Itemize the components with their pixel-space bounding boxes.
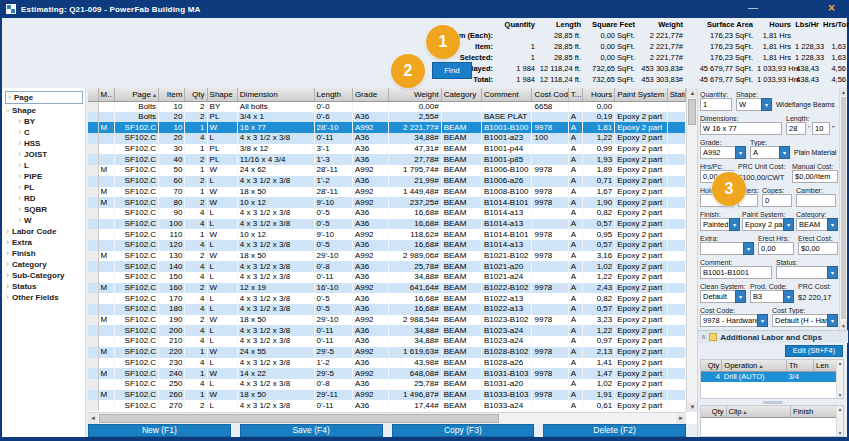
grid-col-paint-system[interactable]: Paint System <box>615 88 667 101</box>
scroll-up-icon[interactable]: ▲ <box>838 406 843 412</box>
mini-col-finish[interactable]: Finish <box>791 406 837 417</box>
mini-grid-row[interactable]: 4Drill (AUTO)3/4 <box>701 371 837 382</box>
row-selector[interactable] <box>88 112 98 123</box>
sidebar-item-shape[interactable]: ›Shape <box>2 105 85 116</box>
chevron-icon[interactable]: › <box>18 171 21 182</box>
type-select[interactable]: A▾ <box>750 146 790 159</box>
mini-scrollbar[interactable]: ▲▼ <box>836 360 843 398</box>
table-row[interactable]: SF102.C602L4 x 3 1/2 x 3/81'-2A3621,99#B… <box>88 176 686 187</box>
erect-hrs-input[interactable]: 0,00 <box>758 242 794 255</box>
sidebar-item-extra[interactable]: ›Extra <box>2 237 85 248</box>
dropdown-arrow-icon[interactable]: ▾ <box>779 146 790 159</box>
grid-col-qty[interactable]: Qty <box>185 88 207 101</box>
mini-col-th[interactable]: Th <box>786 360 813 371</box>
dropdown-arrow-icon[interactable]: ▾ <box>743 242 754 255</box>
chevron-icon[interactable]: › <box>6 248 9 259</box>
table-row[interactable]: SF102.C1804L4 x 3 1/2 x 3/80'-5A3616,68#… <box>88 304 686 315</box>
row-selector[interactable] <box>88 283 98 294</box>
grid-col-page[interactable]: Page ▴ <box>114 88 158 101</box>
row-selector[interactable] <box>88 379 98 390</box>
table-row[interactable]: MSF102.C2401W14 x 2229'-5A992648,08#BEAM… <box>88 368 686 379</box>
sidebar-item-sub-category[interactable]: ›Sub-Category <box>2 270 85 281</box>
sidebar-item-w[interactable]: ›W <box>2 215 85 226</box>
scroll-down-icon[interactable]: ▼ <box>838 392 843 398</box>
grade-select[interactable]: A992▾ <box>700 146 746 159</box>
table-row[interactable]: SF102.C2504L4 x 3 1/2 x 3/80'-8A3625,78#… <box>88 379 686 390</box>
table-row[interactable]: SF102.C301PL3/8 x 123'-1A3647,31#BEAMB10… <box>88 144 686 155</box>
grid-col-weight[interactable]: Weight <box>389 88 441 101</box>
dropdown-arrow-icon[interactable]: ▾ <box>827 314 838 327</box>
table-row[interactable]: MSF102.C1902W18 x 5029'-10A9922 988,54#B… <box>88 315 686 326</box>
scroll-right-icon[interactable]: ► <box>676 413 686 424</box>
row-selector[interactable] <box>88 165 98 176</box>
scroll-thumb[interactable] <box>688 99 696 125</box>
sidebar-item-labor-code[interactable]: ›Labor Code <box>2 226 85 237</box>
chevron-icon[interactable]: › <box>6 259 9 270</box>
vertical-scrollbar[interactable]: ▲ ▼ <box>686 88 697 412</box>
chevron-icon[interactable]: › <box>18 215 21 226</box>
mini-col-operation[interactable]: Operation ▴ <box>722 360 787 371</box>
grid-col-grade[interactable]: Grade <box>352 88 388 101</box>
length-inches-input[interactable]: 10 <box>812 122 830 135</box>
table-row[interactable]: SF102.C1504L4 x 3 1/2 x 3/80'-11A3634,88… <box>88 272 686 283</box>
table-row[interactable]: SF102.C1204L4 x 3 1/2 x 3/80'-5A3616,68#… <box>88 240 686 251</box>
dropdown-arrow-icon[interactable]: ▾ <box>783 290 794 303</box>
grid-col-length[interactable]: Length <box>314 88 352 101</box>
table-row[interactable]: MSF102.C2201W24 x 5529'-5A9921 619,63#BE… <box>88 347 686 358</box>
row-selector[interactable] <box>88 197 98 208</box>
mini-col-qty[interactable]: Qty <box>701 360 722 371</box>
sidebar-item-finish[interactable]: ›Finish <box>2 248 85 259</box>
chevron-icon[interactable]: › <box>8 92 11 103</box>
chevron-icon[interactable]: › <box>18 116 21 127</box>
save-f4-button[interactable]: Save (F4) <box>240 424 383 437</box>
grid-col-comment[interactable]: Comment <box>482 88 532 101</box>
row-selector[interactable] <box>88 240 98 251</box>
minimize-button[interactable]: — <box>748 2 758 13</box>
row-selector[interactable] <box>88 315 98 326</box>
grid-col-item[interactable]: Item <box>159 88 185 101</box>
chevron-icon[interactable]: › <box>18 149 21 160</box>
mini-col-len[interactable]: Len <box>814 360 837 371</box>
row-selector[interactable] <box>88 154 98 165</box>
sidebar-item-other-fields[interactable]: ›Other Fields <box>2 292 85 303</box>
chevron-icon[interactable]: › <box>18 127 21 138</box>
mini-scrollbar[interactable]: ▲▼ <box>836 406 843 436</box>
sidebar-item-pipe[interactable]: ›PIPE <box>2 171 85 182</box>
table-row[interactable]: SF102.C1704L4 x 3 1/2 x 3/80'-5A3616,68#… <box>88 293 686 304</box>
chevron-icon[interactable]: › <box>6 292 9 303</box>
cost-code-select[interactable]: 9978 - Hardware▾ <box>700 314 768 327</box>
table-row[interactable]: MSF102.C1602W12 x 1916'-10A992641,64#BEA… <box>88 283 686 294</box>
prod-code-select[interactable]: B3▾ <box>750 290 794 303</box>
dropdown-arrow-icon[interactable]: ▾ <box>827 218 838 231</box>
dropdown-arrow-icon[interactable]: ▾ <box>735 290 746 303</box>
splitter-handle[interactable] <box>763 401 783 404</box>
grid-col-statu[interactable]: Statu ▴ <box>667 88 685 101</box>
grid-col-t[interactable]: T... <box>568 88 582 101</box>
table-row[interactable]: Bolts102BYAll bolts0'-00,00#66580,00 <box>88 101 686 112</box>
cost-type-select[interactable]: Default (H - Hardwar▾ <box>772 314 838 327</box>
chevron-icon[interactable]: › <box>18 160 21 171</box>
grid-col-hours[interactable]: Hours <box>582 88 614 101</box>
dropdown-arrow-icon[interactable]: ▾ <box>729 218 740 231</box>
row-selector[interactable] <box>88 219 98 230</box>
table-row[interactable]: SF102.C402PL11/16 x 4 3/41'-3A3627,78#BE… <box>88 154 686 165</box>
table-row[interactable]: MSF102.C501W24 x 6228'-11A9921 795,74#BE… <box>88 165 686 176</box>
manual-cost-input[interactable]: $0,00/Item <box>792 170 838 183</box>
row-selector[interactable] <box>88 368 98 379</box>
row-selector[interactable] <box>88 122 98 133</box>
length-feet-input[interactable]: 28 <box>786 122 806 135</box>
row-selector[interactable] <box>88 176 98 187</box>
row-selector[interactable] <box>88 347 98 358</box>
sidebar-item-l[interactable]: ›L <box>2 160 85 171</box>
grid-col-cost-code[interactable]: Cost Code <box>532 88 568 101</box>
table-row[interactable]: SF102.C204L4 x 3 1/2 x 3/80'-11A3634,88#… <box>88 133 686 144</box>
new-f1-button[interactable]: New (F1) <box>88 424 231 437</box>
scroll-up-icon[interactable]: ▲ <box>838 360 843 366</box>
dimensions-input[interactable]: W 16 x 77 <box>700 122 782 135</box>
table-row[interactable]: SF102.C2702L4 x 3 1/2 x 3/80'-11A3617,44… <box>88 400 686 411</box>
delete-f2-button[interactable]: Delete (F2) <box>543 424 686 437</box>
scroll-thumb[interactable] <box>841 97 846 319</box>
table-row[interactable]: MSF102.C701W18 x 5028'-11A9921 449,48#BE… <box>88 187 686 198</box>
scroll-up-icon[interactable]: ▲ <box>840 88 847 96</box>
close-button[interactable]: × <box>828 1 835 15</box>
